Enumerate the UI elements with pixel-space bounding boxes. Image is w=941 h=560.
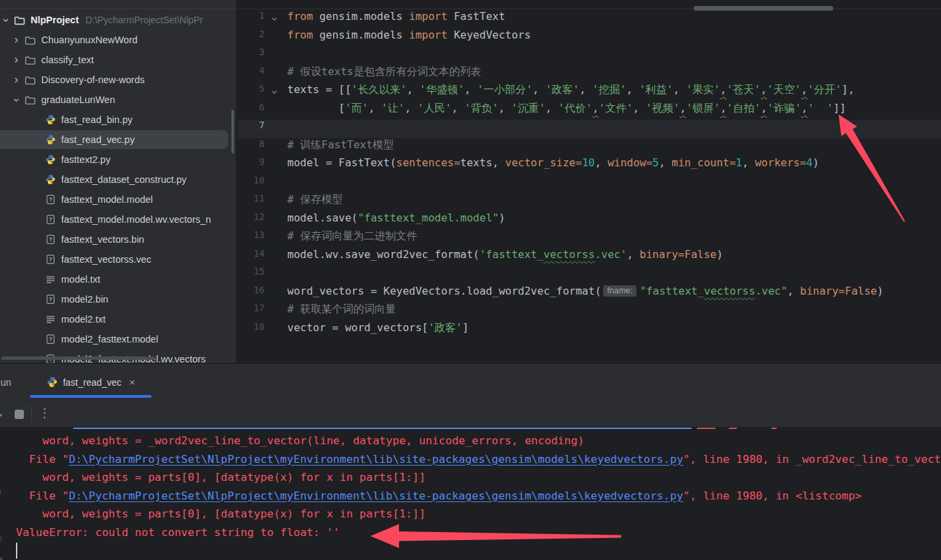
close-icon[interactable]: × bbox=[130, 376, 136, 388]
chevron-right-icon[interactable] bbox=[11, 74, 21, 85]
code-token: , bbox=[464, 83, 477, 96]
code-line[interactable]: 1from gensim.models import FastText bbox=[237, 10, 941, 29]
code-token: ) bbox=[716, 248, 723, 261]
code-line[interactable]: 12model.save("fasttext_model.model") bbox=[237, 211, 941, 230]
code-area: 1from gensim.models import FastText2from… bbox=[237, 10, 941, 339]
code-token: ]] bbox=[833, 102, 846, 114]
code-token: ) bbox=[499, 211, 505, 224]
chevron-down-icon[interactable] bbox=[0, 15, 11, 25]
tree-top-border bbox=[0, 9, 236, 9]
stop-icon[interactable] bbox=[15, 410, 24, 419]
more-options-icon[interactable]: ⋮ bbox=[39, 406, 51, 420]
tree-item[interactable]: ?model2.bin bbox=[0, 289, 236, 309]
tree-item[interactable]: ?fasttext_vectorss.vec bbox=[0, 249, 236, 269]
code-token: ] bbox=[462, 321, 469, 334]
code-editor[interactable]: 1from gensim.models import FastText2from… bbox=[237, 0, 941, 363]
tree-item[interactable]: fast_read_bin.py bbox=[0, 110, 236, 130]
code-line[interactable]: 10 bbox=[237, 175, 941, 194]
rerun-icon[interactable] bbox=[0, 410, 3, 422]
code-text: # 假设texts是包含所有分词文本的列表 bbox=[287, 65, 481, 84]
line-number: 14 bbox=[237, 248, 265, 267]
stacktrace-file-link[interactable]: D:\PycharmProjectSet\NlpProject\myEnviro… bbox=[68, 453, 683, 466]
code-token: ], bbox=[842, 83, 855, 96]
tree-item[interactable]: fast_read_vec.py bbox=[0, 130, 236, 150]
code-text: # 获取某个词的词向量 bbox=[287, 303, 396, 321]
console-line: word, weights = parts[0], [datatype(x) f… bbox=[16, 468, 941, 487]
tree-item[interactable]: model.txt bbox=[0, 269, 236, 289]
line-number: 3 bbox=[237, 47, 265, 65]
code-token: min_count= bbox=[672, 156, 736, 169]
tree-vertical-scrollbar[interactable] bbox=[231, 110, 234, 154]
code-token: vectorss bbox=[704, 285, 755, 297]
tree-item-root[interactable]: NlpProjectD:\PycharmProjectSet\NlpPr bbox=[0, 10, 236, 30]
code-token: , bbox=[742, 156, 755, 169]
python-icon bbox=[45, 134, 56, 146]
tree-item[interactable]: ?fasttext_model.model.wv.vectors_n bbox=[0, 210, 236, 229]
stacktrace-file-link[interactable]: D:\PycharmProjectSet\NlpProject\myEnviro… bbox=[68, 490, 683, 502]
error-text: word, weights = _word2vec_line_to_vector… bbox=[16, 434, 584, 447]
tree-item[interactable]: fasttext2.py bbox=[0, 150, 236, 170]
fold-gutter bbox=[265, 47, 287, 65]
code-token: model.save( bbox=[287, 211, 358, 224]
code-line[interactable]: 6 ['而', '让', '人民', '背负', '沉重', '代价','文件'… bbox=[237, 102, 941, 120]
error-text: ", line 1980, in _word2vec_line_to_vecto… bbox=[683, 453, 941, 466]
code-line[interactable]: 5texts = [['长久以来', '华盛顿', '一小部分', '政客', … bbox=[237, 83, 941, 102]
code-token: , bbox=[720, 102, 727, 114]
folder-icon bbox=[14, 15, 25, 26]
code-token: KeyedVectors bbox=[448, 29, 531, 41]
code-line[interactable]: 18vector = word_vectors['政客'] bbox=[237, 321, 941, 340]
code-token: gensim.models bbox=[313, 10, 410, 23]
code-line[interactable]: 8# 训练FastText模型 bbox=[237, 138, 941, 157]
chevron-right-icon[interactable] bbox=[11, 35, 21, 45]
tree-item-label: model.txt bbox=[61, 274, 100, 285]
code-token: 4 bbox=[806, 156, 813, 169]
code-text: # 训练FastText模型 bbox=[287, 138, 394, 157]
code-token: .vec" bbox=[755, 285, 787, 297]
code-line[interactable]: 3 bbox=[237, 47, 941, 65]
code-token: workers= bbox=[755, 156, 806, 169]
code-token: '让' bbox=[381, 102, 404, 114]
tree-item[interactable]: ?fasttext_vectors.bin bbox=[0, 229, 236, 249]
code-line[interactable]: 9model = FastText(sentences=texts, vecto… bbox=[237, 156, 941, 175]
code-token: binary= bbox=[800, 285, 845, 297]
code-line[interactable]: 4# 假设texts是包含所有分词文本的列表 bbox=[237, 65, 941, 84]
code-token: 5 bbox=[652, 156, 659, 169]
tree-item[interactable]: ?fasttext_model.model bbox=[0, 190, 236, 210]
code-line[interactable]: 17# 获取某个词的词向量 bbox=[237, 303, 941, 321]
tree-item[interactable]: fasttext_dataset_construct.py bbox=[0, 170, 236, 190]
code-token: '苍天' bbox=[726, 83, 760, 96]
code-token: # 训练FastText模型 bbox=[287, 138, 394, 151]
fold-gutter bbox=[265, 321, 287, 340]
fold-chevron-icon[interactable] bbox=[265, 10, 287, 29]
chevron-right-icon[interactable] bbox=[11, 55, 21, 65]
code-token: , bbox=[801, 102, 808, 114]
code-line[interactable]: 13# 保存词向量为二进制文件 bbox=[237, 229, 941, 248]
console-line: word, weights = _word2vec_line_to_vector… bbox=[16, 432, 941, 450]
tree-item[interactable]: graduateLunWen bbox=[0, 90, 236, 110]
tree-item[interactable]: Discovery-of-new-words bbox=[0, 70, 236, 90]
fold-chevron-icon[interactable] bbox=[265, 83, 287, 102]
line-number: 15 bbox=[237, 266, 265, 285]
tree-item[interactable]: model2.txt bbox=[0, 309, 236, 329]
code-line[interactable]: 16word_vectors = KeyedVectors.load_word2… bbox=[237, 285, 941, 303]
run-console[interactable]: ↑ ↓ ≡ ↓ □ ⊗ word, weights = _word2vec_li… bbox=[0, 428, 941, 560]
code-line[interactable]: 2from gensim.models import KeyedVectors bbox=[237, 29, 941, 47]
line-number: 1 bbox=[237, 10, 265, 29]
code-text: ['而', '让', '人民', '背负', '沉重', '代价','文件', … bbox=[287, 102, 846, 120]
chevron-down-icon[interactable] bbox=[11, 94, 21, 105]
tree-item[interactable]: ChuanyunuxNewWord bbox=[0, 30, 236, 50]
code-token: , bbox=[787, 285, 800, 297]
tree-item[interactable]: classify_text bbox=[0, 50, 236, 70]
code-line[interactable]: 14model.wv.save_word2vec_format('fasttex… bbox=[237, 248, 941, 267]
code-line[interactable]: 7 bbox=[237, 120, 941, 138]
line-number: 12 bbox=[237, 211, 265, 230]
code-token: # 假设texts是包含所有分词文本的列表 bbox=[287, 65, 481, 78]
code-token: binary= bbox=[640, 248, 684, 261]
code-token: '果实' bbox=[686, 83, 720, 96]
run-tab-row: Run fast_read_vec × bbox=[0, 364, 941, 400]
tree-item[interactable]: ?model2_fasttext.model bbox=[0, 329, 236, 349]
unknown-file-icon: ? bbox=[45, 234, 56, 245]
code-line[interactable]: 11# 保存模型 bbox=[237, 193, 941, 211]
code-line[interactable]: 15 bbox=[237, 266, 941, 285]
tree-horizontal-scrollbar[interactable] bbox=[1, 356, 156, 360]
